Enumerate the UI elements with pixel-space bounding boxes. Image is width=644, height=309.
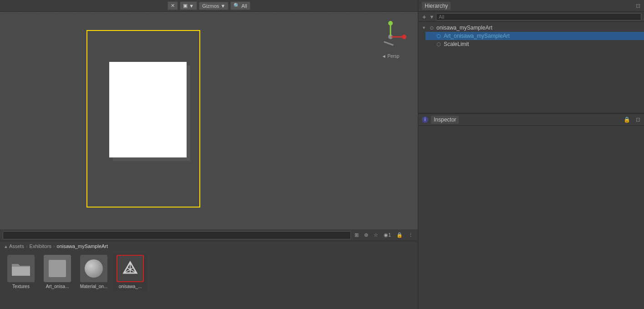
hierarchy-item-art[interactable]: ⬡ Art_onisawa_mySampleArt [426, 32, 644, 40]
bottom-section: ⊞ ⊛ ☆ ◉1 🔒 ⋮ ▲ Assets › Exhibitors › oni… [0, 229, 644, 309]
gizmos-label: Gizmos [202, 3, 219, 9]
hierarchy-item-art-label: Art_onisawa_mySampleArt [444, 33, 510, 39]
art-thumbnail [49, 260, 66, 277]
hierarchy-maximize-icon[interactable]: ⊡ [636, 3, 640, 9]
gizmos-chevron-icon: ▼ [221, 3, 226, 9]
grid-background [0, 12, 418, 229]
assets-favorite-button[interactable]: ☆ [372, 231, 380, 239]
inspector-maximize-icon[interactable]: ⊡ [636, 117, 640, 123]
search-icon: 🔍 [233, 3, 240, 9]
breadcrumb: ▲ Assets › Exhibitors › onisawa_mySample… [0, 241, 418, 251]
hierarchy-content: ▼ ⊙ onisawa_mySampleArt ⬡ Art_onisawa_my… [418, 22, 644, 113]
hierarchy-toolbar: + ▼ [418, 12, 644, 22]
breadcrumb-up-icon[interactable]: ▲ [4, 244, 8, 249]
scene-view: ✕ ▣ ▼ Gizmos ▼ 🔍 All [0, 0, 418, 229]
hierarchy-item-art-icon: ⬡ [436, 33, 442, 39]
assets-menu-button[interactable]: ⋮ [406, 231, 415, 239]
hierarchy-scene-icon: ⊙ [428, 25, 435, 31]
camera-icon: ▣ [183, 3, 188, 9]
asset-icon-textures [7, 255, 35, 282]
asset-label-textures: Textures [12, 284, 30, 289]
asset-item-material[interactable]: Material_on... [76, 253, 111, 291]
persp-gizmo: ◄ Persp [372, 21, 409, 66]
assets-layout-button[interactable]: ⊞ [353, 231, 360, 239]
gizmo-z-axis [384, 41, 394, 46]
scene-canvas: ◄ Persp [0, 12, 418, 229]
camera-button[interactable]: ▣ ▼ [180, 1, 197, 10]
hierarchy-root-item[interactable]: ▼ ⊙ onisawa_mySampleArt [418, 24, 644, 32]
wrench-icon: ✕ [171, 3, 175, 9]
unity-logo-svg [122, 260, 138, 277]
assets-search-input[interactable] [3, 231, 351, 239]
assets-visibility-button[interactable]: ◉1 [382, 231, 393, 239]
inspector-info-icon: i [422, 117, 428, 123]
hierarchy-tab[interactable]: Hierarchy [422, 2, 451, 10]
asset-label-unity: onisawa_... [119, 284, 142, 289]
asset-item-unity[interactable]: onisawa_... [113, 253, 147, 291]
breadcrumb-sep-1: › [26, 243, 28, 249]
hierarchy-root-label: onisawa_mySampleArt [436, 25, 492, 31]
scene-toolbar: ✕ ▣ ▼ Gizmos ▼ 🔍 All [0, 0, 418, 12]
hierarchy-item-scalelimit-label: ScaleLimit [444, 41, 469, 47]
asset-icon-art [44, 255, 71, 282]
asset-label-material: Material_on... [80, 284, 108, 289]
gizmos-button[interactable]: Gizmos ▼ [199, 2, 228, 10]
inspector-content [418, 126, 644, 229]
folder-icon [11, 260, 31, 277]
hierarchy-item-scalelimit[interactable]: ⬡ ScaleLimit [426, 40, 644, 48]
assets-toolbar: ⊞ ⊛ ☆ ◉1 🔒 ⋮ [0, 229, 418, 241]
asset-icon-unity [117, 255, 144, 282]
hierarchy-header: Hierarchy ⊡ [418, 0, 644, 12]
gizmo-y-dot [388, 21, 393, 25]
breadcrumb-assets[interactable]: Assets [9, 243, 24, 249]
asset-icon-material [80, 255, 107, 282]
hierarchy-arrow-icon: ▼ [422, 25, 426, 30]
assets-filter-button[interactable]: ⊛ [362, 231, 370, 239]
right-bottom-area [418, 229, 644, 309]
hierarchy-panel: Hierarchy ⊡ + ▼ ▼ ⊙ onisawa_mySampleArt … [418, 0, 644, 113]
assets-grid: Textures Art_onisa... Material_on... [0, 251, 418, 293]
breadcrumb-sep-2: › [53, 243, 55, 249]
hierarchy-add-button[interactable]: + [421, 13, 427, 20]
visibility-label: ◉1 [384, 232, 391, 238]
hierarchy-item-scalelimit-icon: ⬡ [436, 41, 442, 47]
asset-item-art[interactable]: Art_onisa... [40, 253, 75, 291]
asset-item-textures[interactable]: Textures [4, 253, 38, 291]
artwork-canvas [109, 62, 187, 157]
asset-label-art: Art_onisa... [46, 284, 69, 289]
camera-chevron-icon: ▼ [189, 3, 194, 9]
assets-lock-button[interactable]: 🔒 [395, 231, 405, 239]
hierarchy-search-input[interactable] [436, 13, 641, 20]
persp-label: ◄ Persp [382, 54, 400, 59]
unity-logo-icon [121, 259, 139, 278]
all-label: All [241, 3, 247, 9]
main-area: ✕ ▣ ▼ Gizmos ▼ 🔍 All [0, 0, 644, 229]
gizmo-x-dot [402, 35, 406, 39]
inspector-panel: i Inspector 🔒 ⊡ [418, 113, 644, 229]
inspector-lock-icon[interactable]: 🔒 [624, 117, 630, 123]
inspector-header: i Inspector 🔒 ⊡ [418, 114, 644, 126]
assets-panel: ⊞ ⊛ ☆ ◉1 🔒 ⋮ ▲ Assets › Exhibitors › oni… [0, 229, 418, 309]
breadcrumb-current[interactable]: onisawa_mySampleArt [57, 243, 108, 249]
material-sphere-icon [85, 259, 103, 278]
all-button[interactable]: 🔍 All [230, 1, 250, 10]
wrench-button[interactable]: ✕ [167, 1, 178, 10]
hierarchy-search-icon: ▼ [429, 14, 434, 20]
breadcrumb-exhibitors[interactable]: Exhibitors [30, 243, 51, 249]
right-panel: Hierarchy ⊡ + ▼ ▼ ⊙ onisawa_mySampleArt … [418, 0, 644, 229]
gizmo-axes [375, 21, 406, 53]
inspector-tab[interactable]: Inspector [431, 116, 459, 124]
